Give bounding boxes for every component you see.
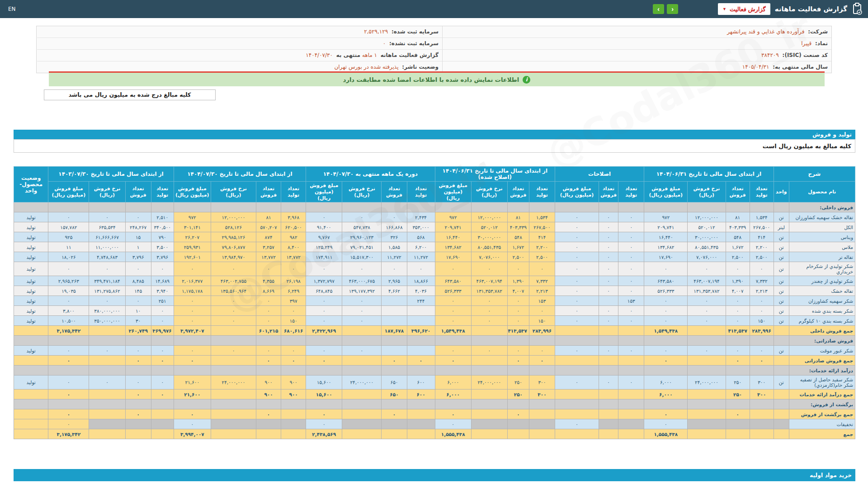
value-cell (599, 389, 618, 399)
column-header: شرح (774, 167, 855, 182)
previous-report-button[interactable]: ‹ (653, 4, 664, 14)
value-cell: ۰ (151, 356, 174, 366)
section-row: فروش داخلی: (14, 202, 855, 212)
value-cell (555, 326, 599, 336)
value-cell: ۹۱,۴۰۰ (306, 222, 342, 232)
value-cell (507, 202, 529, 212)
value-cell (774, 336, 789, 346)
value-cell: ۱۶۶,۸۶۸ (382, 222, 407, 232)
value-cell: ۲۵۱ (151, 296, 174, 306)
value-cell (151, 429, 174, 439)
issuer-status-label: وضعیت ناشر: (402, 64, 439, 70)
value-cell: ۳۰۰ (529, 389, 555, 399)
report-type-dropdown[interactable]: گزارش فعالیت ▼ (718, 3, 770, 15)
value-cell: ۰ (256, 306, 281, 316)
value-cell: ۱۸,۸۶۶ (407, 276, 435, 286)
value-cell: ۹۸۲ (281, 232, 306, 242)
value-cell (529, 366, 555, 375)
value-cell: ۰ (174, 262, 211, 276)
value-cell: ۰ (125, 375, 151, 389)
status-cell: تولید (14, 375, 48, 389)
value-cell: ۵۲۸,۱۲۶ (211, 222, 256, 232)
value-cell (618, 429, 644, 439)
value-cell: ۰ (174, 356, 211, 366)
value-cell (750, 336, 774, 346)
value-cell: ۱۱ (48, 242, 89, 252)
value-cell: ۰ (407, 356, 435, 366)
value-cell: ۳,۹۷۲,۴۰۷ (174, 326, 211, 336)
value-cell (306, 202, 342, 212)
value-cell: ۲۶,۱۹۸ (281, 276, 306, 286)
value-cell (599, 409, 618, 419)
symbol-value: قپیرا (801, 40, 811, 47)
value-cell: ۱۳۱,۲۷۵,۸۶۲ (89, 286, 125, 296)
language-toggle-en[interactable]: EN (0, 6, 16, 12)
value-cell: ۰ (256, 356, 281, 366)
value-cell (89, 409, 125, 419)
section-row: برگشت از فروش: (14, 399, 855, 409)
value-cell: ۲,۵۰۰ (529, 252, 555, 262)
column-header: تعداد تولید (151, 182, 174, 202)
value-cell: ۰ (151, 389, 174, 399)
value-cell: ۲۶۷,۵۰۰ (750, 222, 774, 232)
value-cell: ۰ (281, 356, 306, 366)
column-header: نرخ فروش (ریال) (342, 182, 382, 202)
value-cell: ۱,۱۷۵,۱۷۸ (174, 286, 211, 296)
value-cell: ۲,۵۰۰ (750, 252, 774, 262)
value-cell: ۳,۱۷۵,۳۴۲ (48, 326, 89, 336)
status-cell: تولید (14, 242, 48, 252)
value-cell: ۳۵۳,۰۰۰ (407, 222, 435, 232)
value-cell: ۰ (688, 306, 726, 316)
value-cell (89, 366, 125, 375)
value-cell (342, 356, 382, 366)
column-header: مبلغ فروش (میلیون ریال) (306, 182, 342, 202)
value-cell (342, 326, 382, 336)
value-cell: ۹,۷۶۷ (306, 232, 342, 242)
value-cell: ۳,۹۴۰ (151, 286, 174, 296)
value-cell: ۰ (281, 306, 306, 316)
value-cell: ۸۱ (726, 212, 750, 222)
value-cell: ۱۱,۰۰۰,۰۰۰ (89, 242, 125, 252)
value-cell (618, 336, 644, 346)
fiscal-year-label: سال مالی منتهی به: (773, 64, 828, 70)
value-cell: ۱۰,۵۰۰ (48, 316, 89, 326)
value-cell (256, 429, 281, 439)
value-cell (211, 366, 256, 375)
value-cell: ۷۹۰ (151, 232, 174, 242)
column-header: نرخ فروش (ریال) (211, 182, 256, 202)
value-cell (555, 389, 599, 399)
column-header: تعداد فروش (599, 182, 618, 202)
value-cell: ۲,۲۰۰ (750, 242, 774, 252)
next-report-button[interactable]: › (667, 4, 678, 14)
value-cell (306, 366, 342, 375)
value-cell: ۱,۶۷۲ (507, 242, 529, 252)
value-cell (125, 429, 151, 439)
value-cell: ۳۰۱,۱۴۱ (174, 222, 211, 232)
section-row: فروش صادراتی: (14, 336, 855, 346)
value-cell (507, 399, 529, 409)
value-cell (599, 336, 618, 346)
value-cell (281, 409, 306, 419)
product-name-cell: تفاله خشک سهمیه کشاورزان (789, 212, 855, 222)
value-cell: ۰ (644, 306, 688, 316)
value-cell (48, 336, 89, 346)
value-cell (125, 202, 151, 212)
unit-cell: تن (774, 316, 789, 326)
value-cell (688, 429, 726, 439)
value-cell (435, 202, 471, 212)
value-cell: ۱۳۱,۳۵۳,۷۸۲ (471, 286, 507, 296)
value-cell: ۱۷,۶۹۰ (644, 252, 688, 262)
value-cell (555, 429, 599, 439)
report-period-length: ۱ ماهه (362, 52, 377, 58)
total-row: جمع فروش صادراتی۰۰۰۰۰۰۰۰۰۰۰۰۰۰۰ (14, 356, 855, 366)
value-cell: ۶۰۰ (407, 389, 435, 399)
value-cell: ۰ (256, 409, 281, 419)
value-cell (726, 366, 750, 375)
value-cell: ۹۷۲ (174, 212, 211, 222)
column-header: مبلغ فروش (میلیون ریال) (644, 182, 688, 202)
registered-capital-value: ۲,۵۲۹,۱۲۹ (364, 28, 388, 35)
value-cell (618, 409, 644, 419)
value-cell: ۸,۶۶۹ (256, 286, 281, 296)
value-cell: ۰ (688, 262, 726, 276)
value-cell: ۰ (48, 356, 89, 366)
